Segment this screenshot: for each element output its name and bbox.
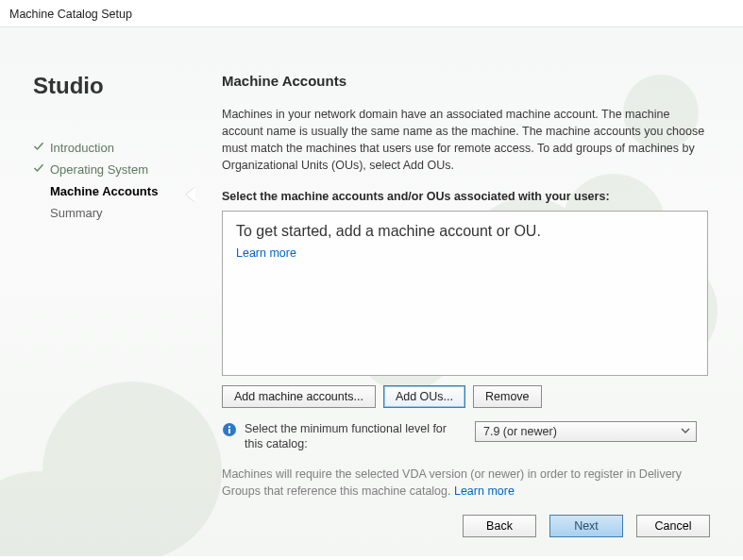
functional-level-row: Select the minimum functional level for … [222, 421, 713, 453]
svg-point-1 [0, 471, 118, 556]
remove-button[interactable]: Remove [473, 385, 542, 408]
vda-note: Machines will require the selected VDA v… [222, 466, 713, 500]
check-icon [33, 162, 44, 177]
add-machine-accounts-button[interactable]: Add machine accounts... [222, 385, 376, 408]
note-text: Machines will require the selected VDA v… [222, 467, 682, 498]
svg-rect-9 [228, 426, 230, 428]
main-area: Studio Introduction Operating System Mac… [0, 26, 743, 556]
studio-title: Studio [33, 73, 203, 99]
step-label: Machine Accounts [50, 184, 158, 198]
wizard-footer: Back Next Cancel [463, 515, 710, 537]
step-operating-system[interactable]: Operating System [33, 159, 203, 180]
page-title: Machine Accounts [222, 73, 713, 89]
next-button[interactable]: Next [549, 515, 623, 537]
dropdown-value: 7.9 (or newer) [483, 425, 557, 438]
chevron-down-icon [681, 425, 690, 438]
step-machine-accounts[interactable]: Machine Accounts [33, 180, 203, 202]
step-summary[interactable]: Summary [33, 202, 203, 224]
step-label: Introduction [50, 141, 114, 155]
add-ous-button[interactable]: Add OUs... [383, 385, 465, 408]
intro-text: Machines in your network domain have an … [222, 106, 713, 175]
content-pane: Machine Accounts Machines in your networ… [222, 73, 713, 501]
cancel-button[interactable]: Cancel [636, 515, 710, 537]
wizard-sidebar: Studio Introduction Operating System Mac… [33, 73, 203, 224]
check-icon [33, 206, 44, 220]
select-label: Select the machine accounts and/or OUs a… [222, 190, 713, 203]
step-label: Operating System [50, 162, 148, 177]
check-icon [33, 141, 44, 155]
accounts-listbox[interactable]: To get started, add a machine account or… [222, 211, 708, 376]
info-icon [222, 422, 237, 437]
functional-level-dropdown[interactable]: 7.9 (or newer) [475, 421, 697, 442]
svg-rect-8 [228, 429, 230, 433]
back-button[interactable]: Back [463, 515, 536, 537]
step-pointer [186, 187, 195, 202]
listbox-buttons: Add machine accounts... Add OUs... Remov… [222, 385, 713, 408]
window-title: Machine Catalog Setup [0, 0, 743, 26]
note-learn-more-link[interactable]: Learn more [454, 484, 515, 498]
check-icon [33, 184, 44, 198]
functional-level-label: Select the minimum functional level for … [245, 421, 467, 453]
svg-point-0 [42, 382, 222, 556]
learn-more-link[interactable]: Learn more [236, 246, 296, 260]
step-introduction[interactable]: Introduction [33, 137, 203, 159]
empty-prompt: To get started, add a machine account or… [236, 223, 694, 240]
step-label: Summary [50, 206, 103, 220]
